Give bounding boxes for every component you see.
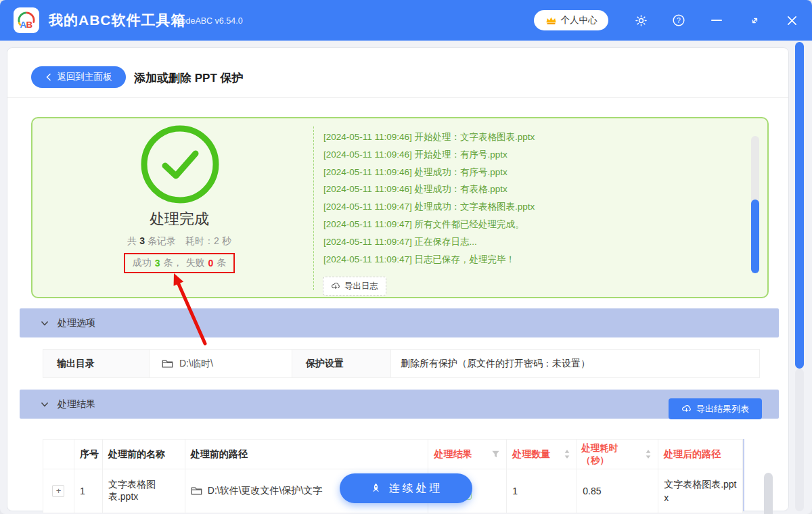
folder-icon (191, 486, 202, 496)
back-to-dashboard-button[interactable]: 返回到主面板 (31, 66, 126, 88)
svg-text:?: ? (677, 17, 681, 24)
expand-row-button[interactable]: + (52, 485, 64, 497)
app-window: A B 我的ABC软件工具箱 WodeABC v6.54.0 个人中心 (0, 0, 812, 514)
header-path: 处理前的路径 (185, 440, 429, 469)
process-log: [2024-05-11 11:09:46] 开始处理：文字表格图表.pptx [… (323, 128, 743, 268)
folder-icon (162, 359, 173, 369)
log-line: [2024-05-11 11:09:46] 处理成功：有序号.pptx (323, 164, 743, 181)
section-title: 处理选项 (58, 317, 95, 329)
continue-processing-label: 连续处理 (389, 482, 443, 496)
section-process-results[interactable]: 处理结果 (20, 390, 779, 419)
export-results-label: 导出结果列表 (696, 403, 749, 415)
count-cell: 1 (507, 469, 577, 513)
svg-text:B: B (26, 20, 33, 30)
log-line: [2024-05-11 11:09:46] 开始处理：有序号.pptx (323, 146, 743, 164)
window-scrollbar-thumb[interactable] (795, 42, 804, 369)
sort-icon[interactable] (645, 449, 652, 459)
header-elapsed[interactable]: 处理耗时（秒） (577, 440, 658, 469)
success-fail-badge-annotation: 成功3条，失败0条 (124, 253, 235, 273)
crown-icon (545, 16, 557, 26)
section-title: 处理结果 (58, 398, 95, 411)
window-scrollbar-track[interactable] (795, 369, 804, 511)
help-icon[interactable]: ? (671, 12, 687, 28)
back-button-label: 返回到主面板 (58, 71, 112, 83)
user-center-label: 个人中心 (561, 14, 597, 26)
header-result[interactable]: 处理结果 (428, 440, 507, 469)
out-path-cell: 文字表格图表.pptx (658, 469, 743, 513)
log-line: [2024-05-11 11:09:47] 正在保存日志... (323, 233, 743, 251)
continue-processing-button[interactable]: 连续处理 (340, 473, 472, 503)
close-icon[interactable] (784, 12, 800, 28)
fail-count: 0 (208, 258, 214, 268)
header-out-path: 处理后的路径 (658, 440, 743, 469)
log-line: [2024-05-11 11:09:46] 开始处理：文字表格图表.pptx (323, 128, 743, 146)
protection-settings-label: 保护设置 (292, 350, 390, 377)
main-panel: 返回到主面板 添加或删除 PPT 保护 处理完成 共3条记录耗时：2 秒 成功3… (7, 47, 789, 511)
header-index: 序号 (74, 440, 103, 469)
card-scrollbar-thumb[interactable] (764, 473, 773, 514)
expand-cell: + (43, 469, 74, 513)
maximize-icon[interactable] (746, 12, 763, 28)
cloud-download-icon (681, 404, 692, 414)
sort-icon[interactable] (564, 449, 570, 459)
elapsed-value: 2 秒 (214, 235, 231, 246)
export-log-button[interactable]: 导出日志 (323, 277, 386, 296)
name-cell: 文字表格图表.pptx (103, 469, 185, 513)
chevron-down-icon (41, 319, 49, 327)
log-line: [2024-05-11 11:09:47] 所有文件都已经处理完成。 (323, 216, 743, 233)
log-line: [2024-05-11 11:09:47] 日志已保存，处理完毕！ (323, 251, 743, 268)
titlebar: A B 我的ABC软件工具箱 WodeABC v6.54.0 个人中心 (0, 0, 812, 41)
log-line: [2024-05-11 11:09:46] 处理成功：有表格.pptx (323, 181, 743, 198)
page-title: 添加或删除 PPT 保护 (134, 70, 244, 86)
log-line: [2024-05-11 11:09:47] 处理成功：文字表格图表.pptx (323, 198, 743, 216)
rocket-icon (369, 482, 382, 495)
app-version: WodeABC v6.54.0 (173, 16, 243, 26)
export-log-label: 导出日志 (344, 281, 378, 292)
elapsed-cell: 0.85 (577, 469, 658, 513)
header-name: 处理前的名称 (103, 440, 185, 469)
settings-gear-icon[interactable] (633, 12, 649, 28)
status-title: 处理完成 (32, 209, 326, 229)
log-scrollbar-thumb[interactable] (751, 200, 759, 273)
summary-line: 共3条记录耗时：2 秒 (32, 235, 326, 248)
filter-icon[interactable] (491, 450, 500, 459)
protection-settings-value: 删除所有保护（原文件的打开密码：未设置） (390, 350, 759, 377)
app-title: 我的ABC软件工具箱 (49, 11, 186, 30)
user-center-button[interactable]: 个人中心 (534, 10, 608, 30)
success-check-icon (139, 124, 221, 208)
table-fixed-column-divider (743, 439, 744, 511)
app-logo-icon: A B (14, 7, 39, 33)
header-divider (7, 97, 788, 98)
cloud-download-icon (331, 281, 340, 291)
output-dir-value: D:\临时\ (149, 350, 292, 377)
chevron-left-icon (45, 73, 52, 81)
index-cell: 1 (74, 469, 103, 513)
options-row: 输出目录 D:\临时\ 保护设置 删除所有保护（原文件的打开密码：未设置） (43, 349, 760, 378)
header-expand (43, 440, 74, 469)
log-divider (313, 126, 314, 290)
header-count[interactable]: 处理数量 (507, 440, 577, 469)
table-header-row: 序号 处理前的名称 处理前的路径 处理结果 处理数量 处理耗时（秒） (43, 440, 743, 469)
result-summary-panel: 处理完成 共3条记录耗时：2 秒 成功3条，失败0条 [2024-05-11 1… (31, 117, 769, 298)
minimize-icon[interactable] (708, 12, 725, 28)
export-results-button[interactable]: 导出结果列表 (669, 398, 762, 419)
output-dir-label: 输出目录 (43, 350, 149, 377)
section-process-options[interactable]: 处理选项 (20, 308, 779, 337)
total-count: 3 (139, 235, 145, 246)
chevron-down-icon (41, 400, 49, 408)
success-count: 3 (155, 258, 160, 268)
